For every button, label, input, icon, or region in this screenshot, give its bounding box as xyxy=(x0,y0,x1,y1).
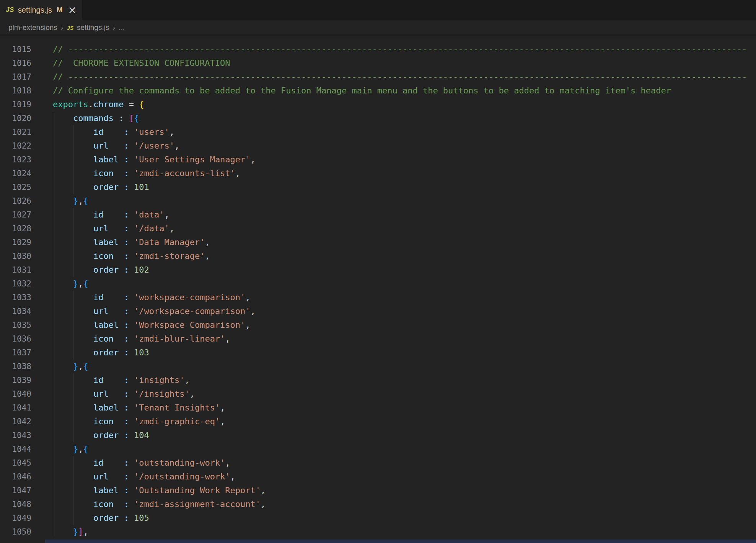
breadcrumb-item-folder[interactable]: plm-extensions xyxy=(8,23,57,32)
code-line[interactable]: 1031 order : 102 xyxy=(0,263,756,277)
code-line[interactable]: 1044 },{ xyxy=(0,442,756,456)
line-number[interactable]: 1026 xyxy=(0,194,31,208)
line-number[interactable]: 1039 xyxy=(0,373,31,387)
code-line[interactable]: 1049 order : 105 xyxy=(0,511,756,525)
line-number[interactable]: 1019 xyxy=(0,98,31,111)
code-line[interactable]: 1030 icon : 'zmdi-storage', xyxy=(0,249,756,263)
code-line[interactable]: 1029 label : 'Data Manager', xyxy=(0,236,756,249)
indent-guide xyxy=(53,208,53,222)
code-text: icon : 'zmdi-storage', xyxy=(53,249,210,263)
code-area[interactable]: 1015// ---------------------------------… xyxy=(0,43,756,539)
indent-guide xyxy=(53,346,53,360)
breadcrumb-item-file[interactable]: JSsettings.js xyxy=(67,23,109,32)
code-line[interactable]: 1046 url : '/outstanding-work', xyxy=(0,470,756,484)
line-number[interactable]: 1033 xyxy=(0,291,31,304)
line-number[interactable]: 1043 xyxy=(0,429,31,442)
close-tab-icon[interactable]: × xyxy=(68,6,77,14)
line-number[interactable]: 1024 xyxy=(0,167,31,180)
code-line[interactable]: 1028 url : '/data', xyxy=(0,222,756,236)
line-number[interactable]: 1020 xyxy=(0,111,31,125)
breadcrumb-item-symbol[interactable]: ... xyxy=(119,23,125,32)
line-number[interactable]: 1028 xyxy=(0,222,31,236)
line-number[interactable]: 1029 xyxy=(0,236,31,249)
code-line[interactable]: 1047 label : 'Outstanding Work Report', xyxy=(0,484,756,497)
line-number[interactable]: 1040 xyxy=(0,387,31,401)
code-line[interactable]: 1032 },{ xyxy=(0,277,756,291)
line-number[interactable]: 1016 xyxy=(0,56,31,70)
code-text: order : 105 xyxy=(53,511,149,525)
code-text: id : 'insights', xyxy=(53,373,190,387)
tab-settings-js[interactable]: JS settings.js M × xyxy=(0,0,82,20)
indent-guide xyxy=(53,222,53,236)
line-number[interactable]: 1036 xyxy=(0,332,31,346)
indent-guide xyxy=(73,497,73,511)
code-line[interactable]: 1027 id : 'data', xyxy=(0,208,756,222)
code-line[interactable]: 1038 },{ xyxy=(0,360,756,373)
line-number[interactable]: 1046 xyxy=(0,470,31,484)
code-line[interactable]: 1050 }], xyxy=(0,525,756,539)
code-line[interactable]: 1034 url : '/workspace-comparison', xyxy=(0,304,756,318)
line-number[interactable]: 1021 xyxy=(0,125,31,139)
line-number[interactable]: 1017 xyxy=(0,70,31,84)
code-line[interactable]: 1021 id : 'users', xyxy=(0,125,756,139)
code-line[interactable]: 1042 icon : 'zmdi-graphic-eq', xyxy=(0,415,756,429)
code-line[interactable]: 1024 icon : 'zmdi-accounts-list', xyxy=(0,167,756,180)
line-number[interactable]: 1049 xyxy=(0,511,31,525)
line-number[interactable]: 1032 xyxy=(0,277,31,291)
code-line[interactable]: 1037 order : 103 xyxy=(0,346,756,360)
code-line[interactable]: 1043 order : 104 xyxy=(0,429,756,442)
breadcrumb-file-label: settings.js xyxy=(77,23,109,31)
line-number[interactable]: 1041 xyxy=(0,401,31,415)
code-line[interactable]: 1026 },{ xyxy=(0,194,756,208)
code-line[interactable]: 1023 label : 'User Settings Manager', xyxy=(0,153,756,167)
line-number[interactable]: 1018 xyxy=(0,84,31,98)
line-number[interactable]: 1044 xyxy=(0,442,31,456)
line-number[interactable]: 1035 xyxy=(0,318,31,332)
line-number[interactable]: 1027 xyxy=(0,208,31,222)
breadcrumb-separator-icon: › xyxy=(112,23,115,32)
code-line[interactable]: 1015// ---------------------------------… xyxy=(0,43,756,56)
line-number[interactable]: 1023 xyxy=(0,153,31,167)
line-number[interactable]: 1031 xyxy=(0,263,31,277)
code-line[interactable]: 1019exports.chrome = { xyxy=(0,98,756,111)
line-number[interactable]: 1034 xyxy=(0,304,31,318)
line-number[interactable]: 1022 xyxy=(0,139,31,153)
code-text: },{ xyxy=(53,277,88,291)
code-line[interactable]: 1022 url : '/users', xyxy=(0,139,756,153)
indent-guide xyxy=(73,318,73,332)
indent-guide xyxy=(53,111,53,125)
line-number[interactable]: 1037 xyxy=(0,346,31,360)
code-line[interactable]: 1041 label : 'Tenant Insights', xyxy=(0,401,756,415)
code-line[interactable]: 1048 icon : 'zmdi-assignment-account', xyxy=(0,497,756,511)
indent-guide xyxy=(73,291,73,304)
code-line[interactable]: 1035 label : 'Workspace Comparison', xyxy=(0,318,756,332)
code-line[interactable]: 1020 commands : [{ xyxy=(0,111,756,125)
code-line[interactable]: 1017// ---------------------------------… xyxy=(0,70,756,84)
code-editor[interactable]: 1015// ---------------------------------… xyxy=(0,34,756,543)
code-line[interactable]: 1039 id : 'insights', xyxy=(0,373,756,387)
code-line[interactable]: 1040 url : '/insights', xyxy=(0,387,756,401)
line-number[interactable]: 1015 xyxy=(0,43,31,56)
line-number[interactable]: 1042 xyxy=(0,415,31,429)
indent-guide xyxy=(53,125,53,139)
code-line[interactable]: 1036 icon : 'zmdi-blur-linear', xyxy=(0,332,756,346)
line-number[interactable]: 1038 xyxy=(0,360,31,373)
breadcrumb: plm-extensions › JSsettings.js › ... xyxy=(0,20,756,34)
indent-guide xyxy=(53,442,53,456)
code-line[interactable]: 1045 id : 'outstanding-work', xyxy=(0,456,756,470)
line-number[interactable]: 1050 xyxy=(0,525,31,539)
code-line[interactable]: 1016// CHOROME EXTENSION CONFIGURATION xyxy=(0,56,756,70)
next-line-selection-strip xyxy=(45,540,756,543)
line-number[interactable]: 1030 xyxy=(0,249,31,263)
code-text: id : 'data', xyxy=(53,208,169,222)
code-text: order : 101 xyxy=(53,180,149,194)
indent-guide xyxy=(53,497,53,511)
line-number[interactable]: 1048 xyxy=(0,497,31,511)
code-line[interactable]: 1025 order : 101 xyxy=(0,180,756,194)
code-line[interactable]: 1033 id : 'workspace-comparison', xyxy=(0,291,756,304)
code-line[interactable]: 1018// Configure the commands to be adde… xyxy=(0,84,756,98)
code-text: id : 'outstanding-work', xyxy=(53,456,230,470)
line-number[interactable]: 1045 xyxy=(0,456,31,470)
line-number[interactable]: 1025 xyxy=(0,180,31,194)
line-number[interactable]: 1047 xyxy=(0,484,31,497)
